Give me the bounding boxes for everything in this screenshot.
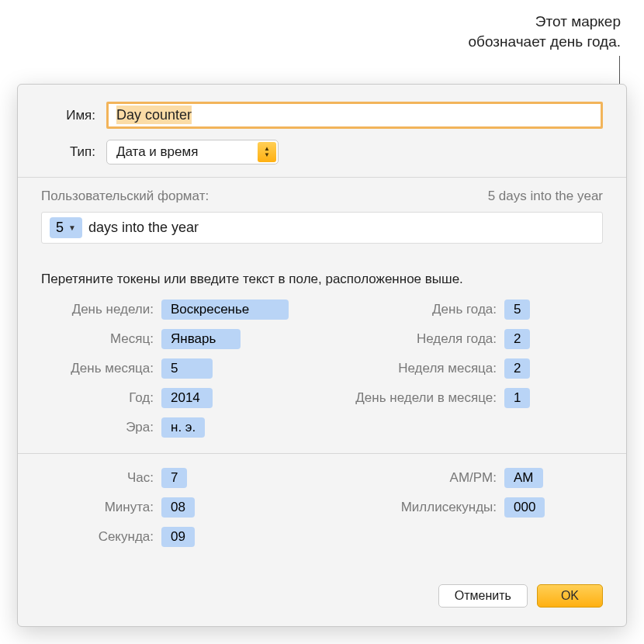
cancel-button[interactable]: Отменить: [438, 584, 528, 608]
instruction-text: Перетяните токены или введите текст в по…: [41, 272, 603, 287]
token-value[interactable]: н. э.: [161, 417, 205, 438]
token-value[interactable]: 08: [161, 497, 195, 518]
token-value[interactable]: AM: [504, 468, 543, 488]
token-label: Неделя года:: [334, 331, 497, 347]
token-label: Секунда:: [41, 529, 154, 545]
chevron-down-icon: ▼: [68, 223, 76, 232]
token-label: День недели в месяце:: [334, 390, 497, 406]
token-value[interactable]: 2: [504, 358, 530, 379]
token-label: Эра:: [41, 420, 154, 435]
token-value[interactable]: 2: [504, 329, 530, 349]
format-token-day-of-year[interactable]: 5 ▼: [50, 217, 82, 238]
token-value[interactable]: 000: [504, 497, 545, 518]
token-label: Миллисекунды:: [334, 500, 497, 515]
format-field[interactable]: 5 ▼ days into the year: [41, 212, 603, 244]
token-value[interactable]: Январь: [161, 329, 241, 349]
name-input[interactable]: Day counter: [106, 102, 603, 129]
token-label: Час:: [41, 470, 154, 486]
token-value[interactable]: 1: [504, 388, 530, 408]
token-value[interactable]: Воскресенье: [161, 299, 289, 320]
token-label: Месяц:: [41, 331, 154, 347]
token-label: Минута:: [41, 500, 154, 515]
token-value[interactable]: 5: [504, 299, 530, 320]
token-value[interactable]: 7: [161, 468, 187, 488]
ok-button[interactable]: OK: [537, 584, 603, 608]
token-label: Неделя месяца:: [334, 361, 497, 376]
name-label: Имя:: [41, 108, 95, 123]
type-label: Тип:: [41, 144, 95, 160]
custom-format-dialog: Имя: Day counter Тип: Дата и время ▲▼ По…: [17, 84, 627, 627]
token-value[interactable]: 2014: [161, 388, 213, 408]
format-preview: 5 days into the year: [488, 189, 603, 204]
token-label: Год:: [41, 390, 154, 406]
token-label: День месяца:: [41, 361, 154, 376]
token-label: День недели:: [41, 302, 154, 317]
token-value[interactable]: 5: [161, 358, 213, 379]
annotation-text: Этот маркер обозначает день года.: [469, 12, 621, 51]
updown-arrows-icon: ▲▼: [258, 142, 276, 162]
token-label: AM/PM:: [334, 470, 497, 486]
type-select[interactable]: Дата и время ▲▼: [106, 140, 279, 164]
format-suffix-text: days into the year: [88, 220, 199, 236]
token-label: День года:: [334, 302, 497, 317]
token-value[interactable]: 09: [161, 527, 195, 547]
user-format-label: Пользовательский формат:: [41, 189, 209, 204]
